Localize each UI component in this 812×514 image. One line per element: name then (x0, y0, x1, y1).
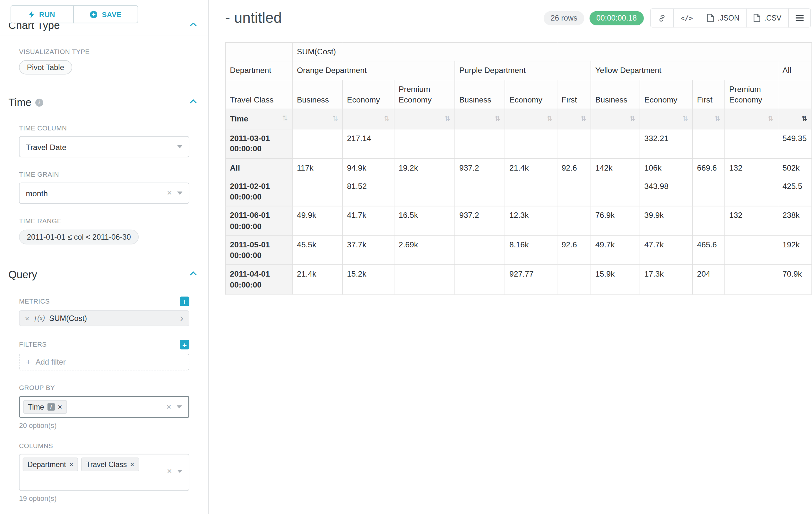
data-cell (725, 129, 778, 158)
sort-icon[interactable]: ⇅ (384, 114, 389, 124)
sort-header-cell[interactable]: ⇅ (343, 109, 394, 129)
row-dimension-header: Department (225, 61, 292, 80)
data-cell (693, 177, 725, 206)
selected-option-pill[interactable]: Department× (23, 457, 78, 471)
sort-header-cell[interactable]: ⇅ (693, 109, 725, 129)
sort-icon[interactable]: ⇅ (282, 114, 288, 124)
add-filter-button[interactable]: + Add filter (19, 354, 190, 371)
group-by-select[interactable]: Timei× × (19, 396, 190, 418)
data-cell: 192k (778, 236, 812, 265)
sort-icon[interactable]: ⇅ (630, 114, 636, 124)
control-panel: RUN SAVE Chart Type VISUALIZATION TYPE P… (0, 0, 209, 514)
sort-header-cell[interactable]: ⇅ (505, 109, 557, 129)
column-group-header: Orange Department (292, 61, 455, 80)
data-cell: 92.6 (557, 236, 591, 265)
data-cell (725, 265, 778, 294)
chart-title[interactable]: - untitled (225, 10, 282, 27)
add-metric-button[interactable]: + (180, 297, 190, 306)
data-cell (591, 177, 640, 206)
column-group-header: Purple Department (455, 61, 591, 80)
run-button[interactable]: RUN (10, 5, 74, 23)
sort-header-cell[interactable]: ⇅ (725, 109, 778, 129)
sort-header-cell[interactable]: ⇅ (591, 109, 640, 129)
clear-icon[interactable]: × (167, 403, 171, 411)
sort-icon[interactable]: ⇅ (547, 114, 553, 124)
data-cell: 937.2 (455, 206, 505, 236)
data-cell: 238k (778, 206, 812, 236)
remove-option-icon[interactable]: × (69, 460, 73, 469)
sort-icon[interactable]: ⇅ (715, 114, 720, 124)
data-cell: 343.98 (640, 177, 693, 206)
data-cell (394, 129, 455, 158)
sort-header-cell[interactable]: ⇅ (292, 109, 343, 129)
selected-option-pill[interactable]: Travel Class× (82, 457, 139, 471)
metric-item[interactable]: × ƒ(x) SUM(Cost) › (19, 310, 190, 326)
sort-header-cell[interactable]: ⇅ (640, 109, 693, 129)
sort-header-cell[interactable]: ⇅ (557, 109, 591, 129)
data-cell: 81.52 (343, 177, 394, 206)
time-grain-select[interactable]: month × (19, 183, 190, 204)
export-button-group: </> .JSON .CSV (650, 8, 811, 27)
data-cell: 332.21 (640, 129, 693, 158)
plus-circle-icon (90, 10, 98, 18)
data-cell: 39.9k (640, 206, 693, 236)
sort-icon[interactable]: ⇅ (768, 114, 774, 124)
row-header: 2011-02-01 00:00:00 (225, 177, 292, 206)
row-header: 2011-05-01 00:00:00 (225, 236, 292, 265)
export-json-label: .JSON (718, 14, 740, 22)
sort-desc-icon[interactable]: ⇅ (802, 114, 807, 124)
time-grain-value: month (26, 189, 48, 197)
sort-icon[interactable]: ⇅ (682, 114, 688, 124)
time-row-header[interactable]: Time⇅ (225, 109, 292, 129)
travel-class-header: First (557, 80, 591, 109)
clear-icon[interactable]: × (167, 467, 172, 476)
table-row: 2011-03-01 00:00:00217.14332.21549.35 (225, 129, 812, 158)
data-cell: 8.16k (505, 236, 557, 265)
columns-select[interactable]: Department×Travel Class× × (19, 454, 190, 491)
remove-option-icon[interactable]: × (130, 460, 134, 469)
time-column-value: Travel Date (26, 142, 66, 151)
save-button-label: SAVE (102, 10, 122, 18)
chevron-right-icon[interactable]: › (180, 313, 183, 323)
export-csv-button[interactable]: .CSV (746, 8, 789, 27)
save-button[interactable]: SAVE (73, 5, 138, 23)
remove-option-icon[interactable]: × (58, 403, 62, 411)
query-timer-badge: 00:00:00.18 (589, 11, 644, 25)
data-cell (455, 236, 505, 265)
query-section-header[interactable]: Query (8, 269, 200, 281)
add-filter-plus-button[interactable]: + (180, 340, 190, 350)
visualization-type-value[interactable]: Pivot Table (19, 60, 72, 74)
share-link-button[interactable] (650, 8, 674, 27)
columns-pills: Department×Travel Class× (23, 457, 139, 471)
sort-header-cell[interactable]: ⇅ (778, 109, 812, 129)
collapse-chevron-icon[interactable] (190, 99, 197, 106)
time-range-value[interactable]: 2011-01-01 ≤ col < 2011-06-30 (19, 230, 139, 244)
sort-icon[interactable]: ⇅ (444, 114, 450, 124)
selected-option-pill[interactable]: Timei× (23, 400, 67, 414)
data-cell: 19.2k (394, 158, 455, 177)
menu-button[interactable] (788, 8, 811, 27)
file-icon (707, 14, 714, 22)
remove-metric-icon[interactable]: × (25, 314, 29, 323)
group-by-control: GROUP BY Timei× × (19, 384, 190, 418)
chevron-up-icon[interactable] (190, 23, 197, 29)
travel-class-header: Economy (640, 80, 693, 109)
time-section-header[interactable]: Time i (8, 97, 200, 109)
view-query-button[interactable]: </> (673, 8, 700, 27)
sort-header-cell[interactable]: ⇅ (394, 109, 455, 129)
data-cell (505, 129, 557, 158)
export-json-button[interactable]: .JSON (700, 8, 747, 27)
travel-class-header: Business (455, 80, 505, 109)
columns-options-hint: 19 option(s) (19, 494, 190, 503)
group-by-options-hint: 20 option(s) (19, 422, 190, 430)
data-cell: 132 (725, 206, 778, 236)
clear-icon[interactable]: × (167, 189, 172, 197)
table-row: 2011-04-01 00:00:0021.4k15.2k927.7715.9k… (225, 265, 812, 294)
info-icon: i (35, 99, 43, 107)
sort-header-cell[interactable]: ⇅ (455, 109, 505, 129)
collapse-chevron-icon[interactable] (190, 271, 197, 278)
sort-icon[interactable]: ⇅ (495, 114, 500, 124)
sort-icon[interactable]: ⇅ (332, 114, 338, 124)
time-column-select[interactable]: Travel Date (19, 136, 190, 157)
sort-icon[interactable]: ⇅ (581, 114, 586, 124)
